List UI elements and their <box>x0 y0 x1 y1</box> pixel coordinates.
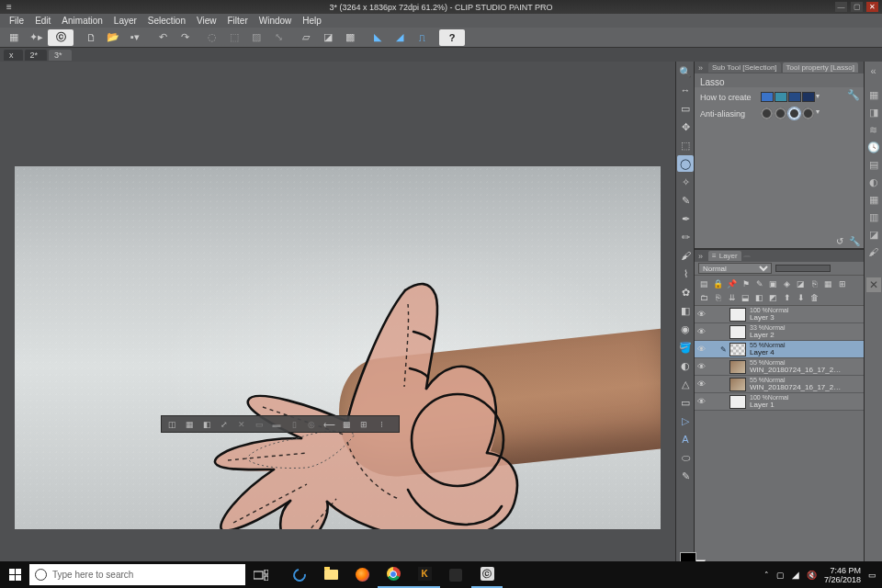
layer-row[interactable]: 👁55 %NormalWIN_20180724_16_17_25_Pro <box>695 376 864 393</box>
special-ruler-icon[interactable]: ◢ <box>390 29 410 46</box>
ftb-expand-icon[interactable]: ⤢ <box>216 417 232 431</box>
canvas-viewport[interactable]: ◫ ▦ ◧ ⤢ ✕ ▭ ▬ ▯ ◎ ⟵ ▩ ⊞ ⁝ <box>0 62 675 578</box>
menu-filter[interactable]: Filter <box>221 15 253 27</box>
rc-brush-icon[interactable]: 🖌 <box>866 244 881 259</box>
tray-volume-icon[interactable]: 🔇 <box>807 571 817 580</box>
rc-color-icon[interactable]: ◐ <box>866 175 881 189</box>
layer-name[interactable]: Layer 2 <box>750 332 786 339</box>
lyr-delete-icon[interactable]: 🗑 <box>808 291 820 303</box>
undo-icon[interactable]: ↶ <box>153 29 173 46</box>
layer-name[interactable]: Layer 1 <box>750 401 788 409</box>
menu-file[interactable]: File <box>4 15 29 27</box>
rc-intcolor-icon[interactable]: ▥ <box>866 209 881 224</box>
tool-magnify-icon[interactable]: 🔍 <box>677 63 694 80</box>
taskbar-krita-icon[interactable]: K <box>409 561 440 588</box>
tool-balloon-icon[interactable]: ⬭ <box>677 449 694 466</box>
tray-battery-icon[interactable]: ▢ <box>776 571 785 580</box>
ftb-clear-icon[interactable]: ▭ <box>251 417 267 431</box>
minimize-button[interactable]: — <box>835 2 847 12</box>
tray-up-icon[interactable]: ˄ <box>764 571 769 580</box>
layer-visibility-icon[interactable]: 👁 <box>695 345 707 354</box>
layer-row[interactable]: 👁✎55 %NormalLayer 4 <box>695 341 864 358</box>
layer-thumbnail[interactable] <box>729 308 746 322</box>
lyr-combine-icon[interactable]: ⬓ <box>740 291 752 303</box>
taskbar-explorer-icon[interactable] <box>315 561 346 588</box>
tool-movelayer-icon[interactable]: ✥ <box>677 119 694 135</box>
tool-lasso-icon[interactable]: ◯ <box>677 155 694 172</box>
transform-icon[interactable]: ▱ <box>296 29 316 46</box>
how-add-icon[interactable] <box>775 92 787 102</box>
close-button[interactable]: ✕ <box>866 2 878 12</box>
maximize-button[interactable]: ▢ <box>851 2 863 12</box>
ftb-newlayer-icon[interactable]: ⊞ <box>356 417 372 431</box>
blend-mode-select[interactable]: Normal <box>698 263 772 274</box>
lyr-new-icon[interactable]: ⊞ <box>836 277 848 289</box>
tool-pen-icon[interactable]: ✒ <box>677 210 694 227</box>
menu-layer[interactable]: Layer <box>108 15 142 27</box>
snap-icon[interactable]: ▩ <box>340 29 360 46</box>
delete-icon[interactable]: ◌ <box>202 29 222 46</box>
ftb-handle-icon[interactable]: ⁝ <box>373 417 390 431</box>
tab-toolproperty[interactable]: Tool property [Lasso] <box>783 62 858 73</box>
layer-opacity-slider[interactable] <box>775 265 831 272</box>
lyr-down-icon[interactable]: ⬇ <box>795 291 807 303</box>
lyr-mask2-icon[interactable]: ◧ <box>753 291 765 303</box>
ftb-fill-icon[interactable]: ⟵ <box>321 417 337 431</box>
tray-wifi-icon[interactable]: ◢ <box>792 570 799 580</box>
tab-subtool[interactable]: Sub Tool [Selection] <box>708 62 781 73</box>
layer-visibility-icon[interactable]: 👁 <box>695 310 707 319</box>
layer-name[interactable]: WIN_20180724_16_17_25_Pro <box>750 384 842 391</box>
clip-studio-icon[interactable]: ⓒ <box>48 29 74 46</box>
new-icon[interactable]: 🗋 <box>81 29 101 46</box>
tool-pencil-icon[interactable]: ✏ <box>677 229 694 245</box>
ftb-crop-icon[interactable]: ▦ <box>181 417 198 431</box>
lyr-draft-icon[interactable]: ✎ <box>753 277 765 289</box>
menu-view[interactable]: View <box>191 15 222 27</box>
lyr-effect-icon[interactable]: ▦ <box>822 277 834 289</box>
tonemap-icon[interactable]: ◪ <box>318 29 338 46</box>
how-intersect-icon[interactable] <box>802 92 815 102</box>
ftb-deselect-icon[interactable]: ◫ <box>164 417 180 431</box>
lyr-check-icon[interactable]: ▤ <box>698 277 710 289</box>
aa-weak-icon[interactable] <box>775 107 786 119</box>
layer-name[interactable]: WIN_20180724_16_17_25_Pro Copy <box>750 367 842 374</box>
layer-thumbnail[interactable] <box>729 378 746 391</box>
rc-navigator-icon[interactable]: ◨ <box>866 105 881 119</box>
taskbar-csp-icon[interactable]: ⓒ <box>471 561 503 588</box>
aa-none-icon[interactable] <box>761 107 773 119</box>
quick-access-icon[interactable]: ✦▸ <box>26 29 46 46</box>
lyr-duplicate-icon[interactable]: ⎘ <box>712 291 724 303</box>
tool-eyedropper-icon[interactable]: ✎ <box>677 192 694 209</box>
redo-icon[interactable]: ↷ <box>175 29 195 46</box>
ftb-copy-icon[interactable]: ▯ <box>286 417 302 431</box>
ftb-invert-icon[interactable]: ◧ <box>198 417 215 431</box>
fill-icon[interactable]: ▨ <box>246 29 266 46</box>
menu-animation[interactable]: Animation <box>56 15 107 27</box>
taskbar-search[interactable]: Type here to search <box>29 564 245 585</box>
menu-selection[interactable]: Selection <box>142 15 191 27</box>
layer-visibility-icon[interactable]: 👁 <box>695 379 707 389</box>
tool-operation-icon[interactable]: ▭ <box>677 100 694 117</box>
rc-quickaccess-icon[interactable]: ▦ <box>866 87 881 102</box>
lyr-up-icon[interactable]: ⬆ <box>781 291 793 303</box>
tab-layer[interactable]: ≡ Layer <box>708 251 741 261</box>
menu-help[interactable]: Help <box>297 15 327 27</box>
layer-thumbnail[interactable] <box>729 395 746 409</box>
menu-edit[interactable]: Edit <box>29 15 56 27</box>
lyr-pin-icon[interactable]: 📌 <box>726 277 738 289</box>
tray-clock[interactable]: 7:46 PM 7/26/2018 <box>824 566 861 584</box>
layer-row[interactable]: 👁100 %NormalLayer 1 <box>695 393 864 411</box>
layer-row[interactable]: 👁55 %NormalWIN_20180724_16_17_25_Pro Cop… <box>695 358 864 376</box>
task-view-icon[interactable] <box>245 561 277 588</box>
layer-panel-collapse-icon[interactable]: » <box>695 252 707 261</box>
tool-brush-icon[interactable]: 🖌 <box>677 247 694 264</box>
layer-name[interactable]: Layer 4 <box>750 349 786 356</box>
layer-visibility-icon[interactable]: 👁 <box>695 327 707 336</box>
start-button[interactable] <box>0 561 29 588</box>
lyr-clip-icon[interactable]: ⎘ <box>808 277 820 289</box>
taskbar-chrome-icon[interactable] <box>378 561 409 588</box>
clear-outside-icon[interactable]: ⬚ <box>224 29 244 46</box>
tool-fill-icon[interactable]: 🪣 <box>677 339 694 356</box>
lyr-mask-icon[interactable]: ▣ <box>767 277 779 289</box>
tool-marquee-icon[interactable]: ⬚ <box>677 137 694 153</box>
